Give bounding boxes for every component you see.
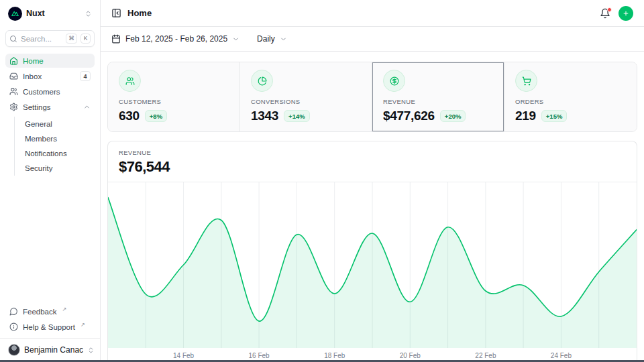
kbd-k: K [80,34,91,44]
date-range-value: Feb 12, 2025 - Feb 26, 2025 [125,34,227,44]
search-icon [9,35,17,43]
search-placeholder: Search... [21,35,62,43]
stat-value: 219 [515,109,536,123]
stat-label: CUSTOMERS [119,98,229,105]
chart-plot-area[interactable]: 14 Feb16 Feb18 Feb20 Feb22 Feb24 Feb [108,182,637,362]
svg-text:24 Feb: 24 Feb [551,352,572,359]
stat-card-orders[interactable]: ORDERS 219 +15% [504,62,637,131]
sidebar-item-label: Inbox [23,72,42,80]
sidebar-item-settings[interactable]: Settings [5,100,95,114]
gear-icon [9,103,18,111]
inbox-icon [9,72,18,80]
content: CUSTOMERS 630 +8% CONVERSIONS 1343 +14% [101,52,644,362]
chevron-down-icon [280,36,287,43]
help-support-link[interactable]: Help & Support ↗ [5,320,95,334]
stat-value: $477,626 [383,109,435,123]
chevrons-up-down-icon [85,10,92,17]
chart-header: REVENUE $76,544 [108,141,637,182]
stat-delta-badge: +8% [145,110,167,122]
period-value: Daily [257,34,275,44]
stats-row: CUSTOMERS 630 +8% CONVERSIONS 1343 +14% [107,62,637,132]
svg-text:18 Feb: 18 Feb [324,352,345,359]
home-icon [9,56,18,65]
sidebar-item-label: Customers [23,88,60,96]
stat-delta-badge: +20% [440,110,466,122]
stat-delta-badge: +15% [541,110,568,122]
stat-delta-badge: +14% [284,110,310,122]
inbox-count-badge: 4 [80,71,91,81]
message-bubble-icon [9,307,18,316]
revenue-area-chart: 14 Feb16 Feb18 Feb20 Feb22 Feb24 Feb [108,182,637,362]
sidebar-collapse-icon[interactable] [111,8,121,18]
notifications-button[interactable] [600,8,610,19]
kbd-meta: ⌘ [66,34,78,44]
feedback-link[interactable]: Feedback ↗ [5,304,95,318]
external-link-icon: ↗ [62,306,67,312]
workspace-name: Nuxt [26,9,80,18]
user-name: Benjamin Canac [24,345,83,355]
date-range-picker[interactable]: Feb 12, 2025 - Feb 26, 2025 [111,34,239,44]
topbar: Home [101,0,644,27]
filterbar: Feb 12, 2025 - Feb 26, 2025 Daily [101,27,644,52]
svg-text:14 Feb: 14 Feb [173,352,195,359]
stat-label: CONVERSIONS [251,98,361,105]
users-icon [9,87,18,96]
info-circle-icon [9,322,18,331]
stat-label: ORDERS [515,98,626,105]
chevron-up-icon [83,103,91,111]
feedback-label: Feedback [23,308,57,316]
sidebar-nav: Home Inbox 4 Customers Settings Genera [5,54,95,177]
stat-label: REVENUE [383,98,493,105]
pie-chart-icon [251,70,273,92]
sidebar-item-inbox[interactable]: Inbox 4 [5,69,95,83]
sidebar-footer-links: Feedback ↗ Help & Support ↗ [5,304,95,334]
sidebar-item-customers[interactable]: Customers [5,84,95,99]
settings-sub-list: General Members Notifications Security [14,117,95,176]
sidebar-item-notifications[interactable]: Notifications [15,146,95,161]
chevron-down-icon [232,36,239,43]
page-title: Home [127,8,152,18]
period-select[interactable]: Daily [257,34,287,44]
revenue-chart-card: REVENUE $76,544 14 Feb16 Feb18 Feb20 Feb… [107,141,637,362]
users-icon [119,70,141,92]
help-support-label: Help & Support [23,323,75,331]
shopping-cart-icon [515,70,537,92]
workspace-switcher[interactable]: Nuxt [5,0,95,27]
user-menu[interactable]: Benjamin Canac [5,339,95,362]
calendar-icon [111,34,121,44]
sidebar-item-label: Home [23,57,44,65]
main-area: Home Feb 12, 2025 - Feb 26, 2025 Daily [101,0,644,362]
plus-icon [623,9,629,17]
sidebar-item-home[interactable]: Home [5,54,95,68]
chart-metric-value: $76,544 [119,158,626,176]
svg-text:22 Feb: 22 Feb [475,352,496,359]
stat-value: 630 [119,109,140,123]
nuxt-logo-icon [8,7,22,21]
sidebar-item-security[interactable]: Security [15,161,95,176]
search-input[interactable]: Search... ⌘ K [5,30,95,47]
sidebar-item-members[interactable]: Members [15,131,95,146]
notification-dot [607,7,612,12]
dollar-circle-icon [383,70,405,92]
chart-metric-label: REVENUE [119,149,626,156]
add-button[interactable] [619,6,633,21]
stat-card-revenue[interactable]: REVENUE $477,626 +20% [372,62,504,131]
sidebar-item-general[interactable]: General [15,117,95,131]
external-link-icon: ↗ [80,322,85,328]
chevrons-up-down-icon [87,347,95,354]
stat-card-conversions[interactable]: CONVERSIONS 1343 +14% [240,62,372,131]
svg-text:16 Feb: 16 Feb [249,352,270,359]
stat-card-customers[interactable]: CUSTOMERS 630 +8% [108,62,240,131]
sidebar: Nuxt Search... ⌘ K Home Inbox 4 [0,0,101,362]
svg-text:20 Feb: 20 Feb [400,352,421,359]
avatar [8,344,20,356]
sidebar-item-label: Settings [23,103,51,111]
stat-value: 1343 [251,109,278,123]
